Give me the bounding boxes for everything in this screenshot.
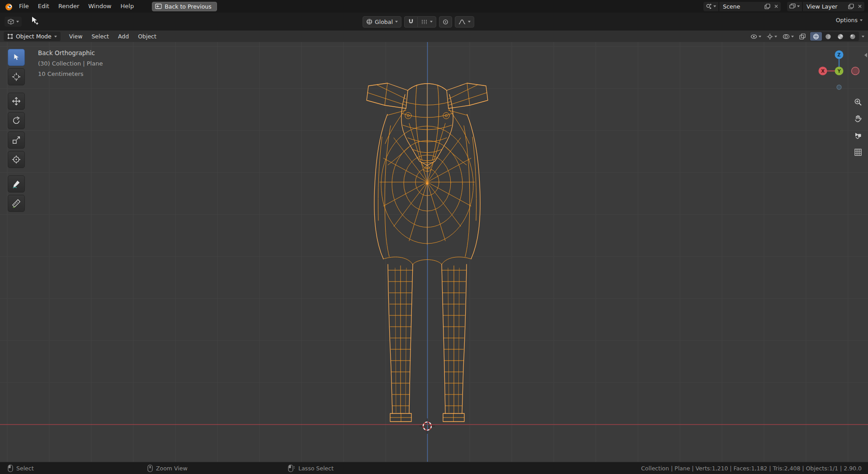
menu-render[interactable]: Render bbox=[54, 0, 84, 13]
topbar-right: Scene bbox=[703, 2, 864, 11]
scene-name-field[interactable]: Scene bbox=[719, 2, 781, 11]
tool-annotate-button[interactable] bbox=[8, 175, 25, 192]
falloff-curve-icon bbox=[458, 19, 466, 25]
view-name-text: Back Orthographic bbox=[38, 48, 103, 58]
toggle-xray-button[interactable] bbox=[798, 33, 807, 41]
tool-transform-button[interactable] bbox=[8, 151, 25, 168]
shading-material-button[interactable] bbox=[835, 32, 846, 41]
tweak-tool-icon bbox=[30, 16, 40, 26]
navigation-axis-gizmo[interactable]: Z X Y bbox=[816, 48, 862, 94]
shading-wireframe-button[interactable] bbox=[810, 32, 822, 41]
annotate-pencil-icon bbox=[12, 179, 21, 188]
proportional-falloff-dropdown[interactable] bbox=[455, 16, 474, 28]
scene-unlink-button[interactable] bbox=[772, 2, 781, 11]
chevron-down-icon bbox=[54, 36, 57, 38]
tool-shelf bbox=[8, 49, 25, 212]
material-shading-icon bbox=[837, 33, 844, 40]
menu-view[interactable]: View bbox=[65, 31, 87, 42]
tool-select-tweak-button[interactable] bbox=[8, 49, 25, 66]
tool-shelf-gap bbox=[8, 170, 25, 173]
eye-icon bbox=[750, 34, 757, 39]
options-label: Options bbox=[836, 17, 858, 23]
snap-settings-dropdown[interactable] bbox=[417, 16, 436, 28]
viewport-canvas[interactable] bbox=[0, 42, 868, 462]
show-gizmo-dropdown[interactable] bbox=[765, 33, 778, 41]
menu-add[interactable]: Add bbox=[114, 31, 133, 42]
tool-rotate-button[interactable] bbox=[8, 112, 25, 129]
shading-mode-group bbox=[810, 32, 859, 41]
back-screen-icon bbox=[155, 4, 162, 9]
editor-3d-viewport-icon bbox=[7, 18, 14, 25]
active-tool-indicator bbox=[30, 16, 40, 28]
menu-file[interactable]: File bbox=[14, 0, 33, 13]
object-visibility-dropdown[interactable] bbox=[749, 33, 763, 40]
chevron-down-icon bbox=[468, 21, 471, 23]
viewport-header: Object Mode View Select Add Object bbox=[0, 30, 868, 42]
toggle-ortho-button[interactable] bbox=[852, 146, 864, 158]
duplicate-icon bbox=[764, 4, 770, 9]
scene-new-button[interactable] bbox=[763, 2, 772, 11]
axis-y-label: Y bbox=[837, 69, 841, 74]
hint-lasso-select: Lasso Select bbox=[288, 462, 334, 474]
hint-zoom-view: Zoom View bbox=[147, 462, 188, 474]
snap-increment-icon bbox=[421, 19, 428, 25]
tool-settings-center: Global bbox=[363, 16, 474, 28]
camera-icon bbox=[854, 131, 862, 140]
blender-logo-icon[interactable] bbox=[4, 1, 14, 11]
options-dropdown[interactable]: Options bbox=[836, 17, 863, 23]
close-icon bbox=[774, 4, 778, 9]
hint-zoom-label: Zoom View bbox=[156, 465, 188, 472]
view-layer-name-field[interactable]: View Layer bbox=[803, 2, 864, 11]
tool-shelf-gap bbox=[8, 88, 25, 90]
camera-view-button[interactable] bbox=[852, 130, 864, 141]
chevron-down-icon bbox=[791, 36, 794, 38]
proportional-editing-toggle[interactable] bbox=[439, 16, 452, 28]
show-overlays-dropdown[interactable] bbox=[781, 33, 795, 40]
axis-x-negative-ball[interactable] bbox=[852, 67, 859, 75]
shading-solid-button[interactable] bbox=[822, 32, 834, 41]
scene-browse-button[interactable] bbox=[703, 2, 718, 11]
tool-settings-bar: Global bbox=[0, 13, 868, 30]
status-bar: Select Zoom View Lasso Select Collection… bbox=[0, 462, 868, 474]
region-toggle-arrow[interactable] bbox=[864, 53, 867, 57]
mouse-left-icon bbox=[8, 465, 13, 472]
menu-edit[interactable]: Edit bbox=[33, 0, 54, 13]
tool-cursor-button[interactable] bbox=[8, 68, 25, 85]
menu-object[interactable]: Object bbox=[134, 31, 160, 42]
active-object-text: (30) Collection | Plane bbox=[38, 58, 103, 69]
cursor-tool-icon bbox=[12, 72, 21, 81]
close-icon bbox=[858, 4, 862, 9]
view-layer-block: View Layer bbox=[787, 2, 864, 11]
snap-toggle-button[interactable] bbox=[404, 16, 417, 28]
menu-window[interactable]: Window bbox=[84, 0, 116, 13]
chevron-down-icon bbox=[395, 21, 398, 23]
axis-z-label: Z bbox=[837, 52, 840, 57]
transform-orientation-dropdown[interactable]: Global bbox=[363, 16, 401, 28]
tool-move-button[interactable] bbox=[8, 93, 25, 110]
axis-x-label: X bbox=[821, 69, 825, 74]
editor-type-button[interactable] bbox=[5, 17, 22, 27]
tool-scale-button[interactable] bbox=[8, 131, 25, 149]
grid-scale-text: 10 Centimeters bbox=[38, 69, 103, 79]
axis-z-negative-ball[interactable] bbox=[837, 85, 841, 89]
scene-name-text: Scene bbox=[719, 3, 763, 10]
chevron-down-icon bbox=[797, 5, 800, 7]
scene-block: Scene bbox=[703, 2, 781, 11]
menu-help[interactable]: Help bbox=[116, 0, 139, 13]
menu-select[interactable]: Select bbox=[87, 31, 113, 42]
view-layer-browse-button[interactable] bbox=[787, 2, 802, 11]
shading-rendered-button[interactable] bbox=[847, 32, 859, 41]
viewport-info-overlay: Back Orthographic (30) Collection | Plan… bbox=[38, 48, 103, 79]
pan-view-button[interactable] bbox=[852, 113, 864, 125]
mode-dropdown[interactable]: Object Mode bbox=[4, 32, 61, 41]
back-to-previous-label: Back to Previous bbox=[165, 3, 212, 10]
viewport-3d[interactable]: Back Orthographic (30) Collection | Plan… bbox=[0, 42, 868, 462]
hint-lasso-label: Lasso Select bbox=[298, 465, 334, 472]
zoom-view-button[interactable] bbox=[852, 96, 864, 108]
view-layer-new-button[interactable] bbox=[846, 2, 855, 11]
shading-options-chevron-icon[interactable] bbox=[862, 36, 864, 38]
view-layer-remove-button[interactable] bbox=[855, 2, 864, 11]
view-layer-name-text: View Layer bbox=[803, 3, 846, 10]
back-to-previous-button[interactable]: Back to Previous bbox=[152, 2, 217, 11]
tool-measure-button[interactable] bbox=[8, 195, 25, 212]
